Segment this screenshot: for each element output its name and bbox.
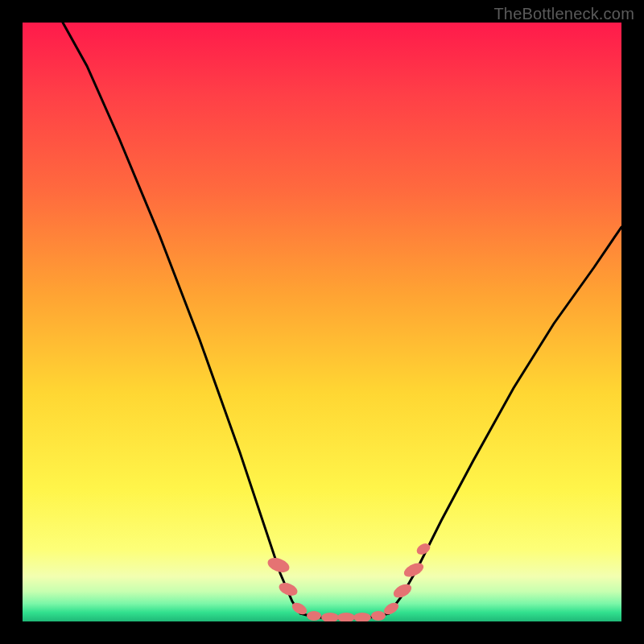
valley-marker — [391, 581, 414, 601]
valley-markers — [266, 541, 432, 621]
watermark-text: TheBottleneck.com — [493, 5, 634, 23]
valley-marker — [277, 580, 299, 598]
chart-plot-area — [23, 23, 621, 621]
series-right-branch — [389, 227, 621, 613]
valley-marker — [371, 611, 386, 621]
valley-marker — [307, 611, 321, 621]
curve-line — [63, 23, 621, 618]
bottleneck-curve-svg — [23, 23, 621, 621]
valley-marker — [321, 613, 339, 621]
series-left-branch — [63, 23, 300, 613]
valley-marker — [353, 613, 371, 621]
valley-marker — [337, 613, 355, 621]
